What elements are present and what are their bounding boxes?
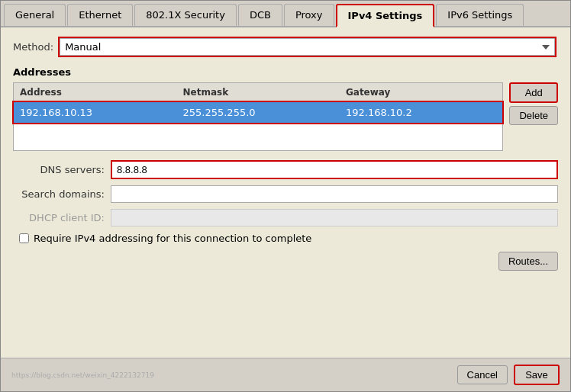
dhcp-input: [111, 209, 558, 227]
tab-ipv6[interactable]: IPv6 Settings: [436, 4, 524, 26]
checkbox-label: Require IPv4 addressing for this connect…: [34, 233, 311, 244]
search-domains-label: Search domains:: [13, 188, 105, 200]
table-row[interactable]: 192.168.10.13 255.255.255.0 192.168.10.2: [14, 102, 502, 123]
dropdown-arrow-icon: [542, 45, 550, 50]
tab-general[interactable]: General: [4, 4, 66, 26]
bottom-bar: https://blog.csdn.net/weixin_4222132719 …: [1, 358, 570, 391]
checkbox-row: Require IPv4 addressing for this connect…: [19, 233, 558, 244]
dns-row: DNS servers:: [13, 160, 558, 179]
dns-input[interactable]: [111, 160, 558, 179]
routes-row: Routes...: [13, 252, 558, 271]
routes-button[interactable]: Routes...: [498, 252, 558, 271]
addresses-table: Address Netmask Gateway 192.168.10.13 25…: [13, 82, 503, 151]
cell-gateway: 192.168.10.2: [340, 105, 502, 120]
save-button[interactable]: Save: [514, 365, 560, 385]
method-value: Manual: [65, 41, 537, 53]
table-header: Address Netmask Gateway: [14, 83, 502, 102]
delete-button[interactable]: Delete: [509, 106, 558, 125]
cell-address: 192.168.10.13: [14, 105, 176, 120]
ipv4-checkbox[interactable]: [19, 233, 29, 243]
col-address-header: Address: [14, 85, 176, 99]
addresses-buttons: Add Delete: [509, 82, 558, 151]
cancel-button[interactable]: Cancel: [457, 365, 508, 384]
tab-proxy[interactable]: Proxy: [284, 4, 334, 26]
col-gateway-header: Gateway: [340, 85, 502, 99]
addresses-block: Address Netmask Gateway 192.168.10.13 25…: [13, 82, 558, 151]
cell-netmask: 255.255.255.0: [176, 105, 339, 120]
col-netmask-header: Netmask: [176, 85, 339, 99]
search-domains-row: Search domains:: [13, 185, 558, 203]
method-label: Method:: [13, 41, 53, 53]
watermark: https://blog.csdn.net/weixin_4222132719: [11, 371, 451, 379]
dhcp-label: DHCP client ID:: [13, 212, 105, 223]
method-row: Method: Manual: [13, 38, 558, 56]
tab-ipv4[interactable]: IPv4 Settings: [336, 4, 435, 27]
tab-ethernet[interactable]: Ethernet: [67, 4, 133, 26]
search-domains-input[interactable]: [111, 185, 558, 203]
tab-bar: General Ethernet 802.1X Security DCB Pro…: [1, 1, 570, 27]
add-button[interactable]: Add: [509, 82, 558, 103]
addresses-section-title: Addresses: [13, 66, 558, 78]
method-dropdown[interactable]: Manual: [60, 38, 555, 56]
dhcp-row: DHCP client ID:: [13, 209, 558, 227]
dns-label: DNS servers:: [13, 164, 105, 175]
tab-8021x[interactable]: 802.1X Security: [134, 4, 237, 26]
tab-dcb[interactable]: DCB: [238, 4, 282, 26]
